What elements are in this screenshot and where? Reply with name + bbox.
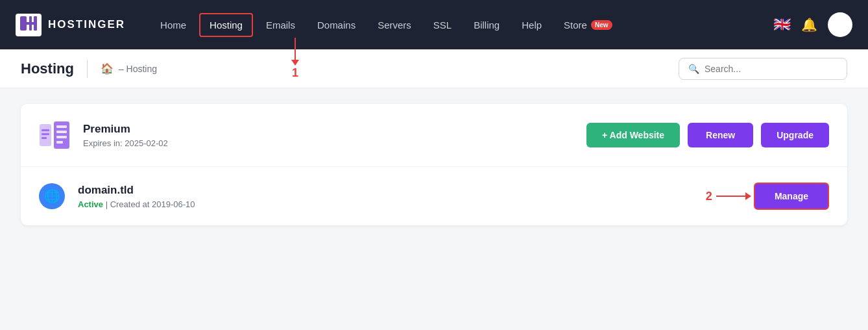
breadcrumb-label: – Hosting [119, 64, 157, 74]
svg-rect-10 [42, 129, 49, 131]
add-website-button[interactable]: + Add Website [586, 123, 680, 147]
annotation-1-arrow: 1 [292, 38, 298, 80]
search-input[interactable] [705, 64, 838, 74]
breadcrumb-bar: Hosting 🏠 – Hosting 🔍 [0, 49, 868, 88]
nav-ssl[interactable]: SSL [424, 14, 461, 36]
premium-plan-info: Premium Expires in: 2025-02-02 [83, 123, 586, 148]
annotation-2-number: 2 [706, 190, 712, 203]
nav-help[interactable]: Help [512, 14, 551, 36]
svg-rect-12 [42, 137, 47, 139]
logo-text: HOSTINGER [48, 18, 125, 31]
nav-domains[interactable]: Domains [308, 14, 365, 36]
hosting-card: Premium Expires in: 2025-02-02 + Add Web… [21, 104, 847, 225]
breadcrumb-separator [87, 60, 88, 78]
annotation-2-group: 2 [706, 190, 746, 203]
home-breadcrumb-icon[interactable]: 🏠 [101, 62, 114, 75]
nav-home[interactable]: Home [151, 14, 195, 36]
nav-billing[interactable]: Billing [464, 14, 509, 36]
renew-button[interactable]: Renew [688, 123, 753, 147]
navbar: HOSTINGER Home Hosting Emails Domains Se… [0, 0, 868, 49]
domain-row: 🌐 domain.tld Active | Created at 2019-06… [21, 167, 847, 225]
domain-meta-sep: | [106, 199, 110, 209]
annotation-1-number: 1 [292, 66, 298, 80]
premium-plan-meta: Expires in: 2025-02-02 [83, 138, 586, 148]
logo-area: HOSTINGER [16, 14, 125, 36]
bell-icon[interactable]: 🔔 [801, 17, 817, 32]
upgrade-button[interactable]: Upgrade [761, 123, 829, 147]
flag-icon[interactable]: 🇬🇧 [773, 16, 791, 33]
nav-store[interactable]: Store New [555, 14, 621, 36]
svg-rect-9 [56, 141, 63, 144]
logo-icon [16, 14, 42, 36]
plan-icon-premium [39, 120, 70, 151]
search-box: 🔍 [679, 58, 847, 80]
domain-icon: 🌐 [39, 183, 65, 209]
domain-created: Created at 2019-06-10 [110, 199, 195, 209]
domain-status: Active [78, 199, 103, 209]
annotation-2-arrow [716, 196, 746, 197]
premium-plan-actions: + Add Website Renew Upgrade [586, 123, 829, 147]
domain-meta: Active | Created at 2019-06-10 [78, 199, 706, 209]
breadcrumb-nav: 🏠 – Hosting [101, 62, 157, 75]
svg-rect-11 [42, 133, 49, 135]
svg-rect-7 [56, 131, 67, 133]
svg-rect-6 [56, 125, 67, 128]
page-title: Hosting [21, 60, 74, 77]
premium-plan-name: Premium [83, 123, 586, 136]
domain-name: domain.tld [78, 184, 706, 197]
nav-right: 🇬🇧 🔔 [773, 12, 852, 37]
main-content: Premium Expires in: 2025-02-02 + Add Web… [0, 88, 868, 241]
manage-button[interactable]: Manage [754, 183, 829, 210]
domain-actions: 2 Manage [706, 183, 829, 210]
nav-hosting[interactable]: Hosting [199, 13, 253, 37]
user-avatar[interactable] [828, 12, 852, 37]
svg-rect-3 [20, 22, 37, 25]
domain-info: domain.tld Active | Created at 2019-06-1… [78, 184, 706, 209]
svg-rect-8 [56, 136, 67, 138]
nav-links: Home Hosting Emails Domains Servers SSL … [151, 13, 773, 37]
nav-emails[interactable]: Emails [257, 14, 304, 36]
nav-servers[interactable]: Servers [368, 14, 420, 36]
store-new-badge: New [591, 20, 612, 30]
search-icon: 🔍 [688, 64, 699, 74]
premium-plan-row: Premium Expires in: 2025-02-02 + Add Web… [21, 104, 847, 167]
